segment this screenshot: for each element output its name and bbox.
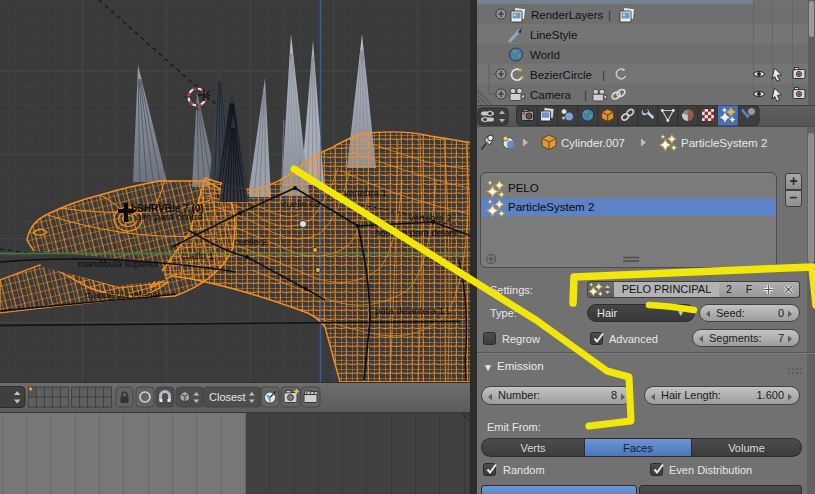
- svg-text:pata delantera 1.L: pata delantera 1.L: [375, 305, 452, 316]
- svg-text:mandibula inferior: mandibula inferior: [85, 289, 161, 300]
- svg-text:World: World: [530, 49, 560, 61]
- svg-text:PELO: PELO: [508, 182, 539, 194]
- svg-text:giro para centro: giro para centro: [136, 211, 203, 222]
- svg-text:Camera: Camera: [530, 89, 572, 101]
- svg-text:vertebra 2: vertebra 2: [409, 212, 452, 223]
- svg-text:ParticleSystem 2: ParticleSystem 2: [508, 201, 594, 213]
- svg-text:mandibula superior: mandibula superior: [78, 258, 159, 269]
- svg-text:LineStyle: LineStyle: [530, 29, 577, 41]
- svg-text:Cylinder.007: Cylinder.007: [561, 137, 625, 149]
- svg-text:RenderLayers: RenderLayers: [531, 9, 603, 21]
- svg-text:ParticleSystem 2: ParticleSystem 2: [681, 137, 767, 149]
- svg-text:BezierCircle: BezierCircle: [530, 69, 592, 81]
- svg-text:Closest: Closest: [209, 391, 246, 403]
- svg-text:|: |: [608, 9, 611, 21]
- svg-text:hombro para delant: hombro para delant: [375, 227, 458, 238]
- svg-text:|: |: [584, 89, 587, 101]
- svg-text:cuello 63: cuello 63: [282, 198, 320, 209]
- svg-text:|: |: [602, 69, 605, 81]
- svg-text:vertebra 1: vertebra 1: [344, 187, 387, 198]
- svg-text:cuello 1: cuello 1: [181, 250, 214, 261]
- svg-text:cuello 2: cuello 2: [234, 236, 267, 247]
